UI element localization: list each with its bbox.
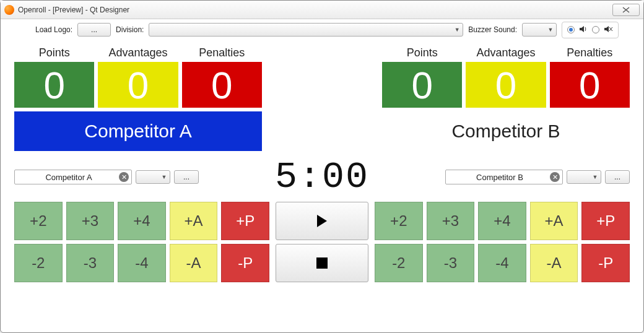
competitor-b-name: Competitor B <box>382 111 630 151</box>
a-minusA-button[interactable]: -A <box>170 244 218 282</box>
close-button[interactable] <box>612 4 640 16</box>
b-penalties-value: 0 <box>550 62 630 108</box>
points-header: Points <box>382 46 462 62</box>
a-plus2-button[interactable]: +2 <box>14 202 63 240</box>
points-header: Points <box>14 46 94 62</box>
competitor-a-color-select[interactable]: ▼ <box>136 170 170 184</box>
chevron-down-icon: ▼ <box>546 27 555 33</box>
score-panels: Points Advantages Penalties 0 0 0 Compet… <box>1 46 643 151</box>
a-points-value: 0 <box>14 62 94 108</box>
clear-icon[interactable]: ✕ <box>119 172 129 182</box>
timer-display: 5:00 <box>275 156 369 198</box>
advantages-header: Advantages <box>466 46 546 62</box>
mid-row: Competitor A ✕ ▼ ... 5:00 Competitor B ✕… <box>1 151 643 198</box>
competitor-b-input[interactable]: Competitor B ✕ <box>445 170 563 184</box>
a-penalties-value: 0 <box>182 62 262 108</box>
b-plus2-button[interactable]: +2 <box>375 202 423 240</box>
sound-off-radio[interactable] <box>592 26 599 33</box>
a-plus3-button[interactable]: +3 <box>66 202 115 240</box>
clear-icon[interactable]: ✕ <box>550 172 560 182</box>
app-icon <box>4 5 14 15</box>
competitor-b-color-select[interactable]: ▼ <box>567 170 601 184</box>
competitor-a-controls: Competitor A ✕ ▼ ... <box>14 170 199 184</box>
a-plusA-button[interactable]: +A <box>170 202 218 240</box>
competitor-a-more-button[interactable]: ... <box>174 170 199 184</box>
competitor-b-scoreblock: Points Advantages Penalties 0 0 0 Compet… <box>382 46 630 151</box>
competitor-a-scoreblock: Points Advantages Penalties 0 0 0 Compet… <box>14 46 262 151</box>
timer-controls <box>276 202 368 282</box>
a-minus2-button[interactable]: -2 <box>14 244 63 282</box>
b-minus2-button[interactable]: -2 <box>375 244 423 282</box>
a-ops: +2 +3 +4 +A +P -2 -3 -4 -A -P <box>14 202 269 282</box>
a-minusP-button[interactable]: -P <box>221 244 269 282</box>
app-window: Openroll - [Preview] - Qt Designer Load … <box>0 0 644 333</box>
chevron-down-icon: ▼ <box>453 27 461 33</box>
b-points-value: 0 <box>382 62 462 108</box>
a-plusP-button[interactable]: +P <box>221 202 269 240</box>
b-ops: +2 +3 +4 +A +P -2 -3 -4 -A -P <box>375 202 630 282</box>
b-advantages-value: 0 <box>466 62 546 108</box>
load-logo-label: Load Logo: <box>35 25 72 34</box>
b-minus3-button[interactable]: -3 <box>427 244 475 282</box>
sound-radio-group <box>562 22 619 38</box>
a-plus4-button[interactable]: +4 <box>118 202 166 240</box>
play-button[interactable] <box>276 202 368 240</box>
competitor-b-more-button[interactable]: ... <box>605 170 630 184</box>
b-plusP-button[interactable]: +P <box>581 202 630 240</box>
window-title: Openroll - [Preview] - Qt Designer <box>18 6 612 14</box>
play-icon <box>317 215 327 227</box>
b-plusA-button[interactable]: +A <box>530 202 578 240</box>
competitor-a-input[interactable]: Competitor A ✕ <box>14 170 132 184</box>
penalties-header: Penalties <box>182 46 262 62</box>
button-grid: +2 +3 +4 +A +P -2 -3 -4 -A -P <box>1 198 643 288</box>
b-plus4-button[interactable]: +4 <box>478 202 526 240</box>
competitor-b-input-text: Competitor B <box>476 173 523 182</box>
buzzer-sound-select[interactable]: ▼ <box>522 23 557 37</box>
competitor-b-controls: Competitor B ✕ ▼ ... <box>445 170 630 184</box>
competitor-a-input-text: Competitor A <box>45 173 92 182</box>
b-minusA-button[interactable]: -A <box>530 244 578 282</box>
mute-icon <box>603 24 613 36</box>
speaker-icon <box>578 24 588 36</box>
buzzer-sound-label: Buzzer Sound: <box>468 25 517 34</box>
division-label: Division: <box>116 25 144 34</box>
stop-button[interactable] <box>276 244 368 282</box>
b-plus3-button[interactable]: +3 <box>427 202 475 240</box>
competitor-a-name: Competitor A <box>14 111 262 151</box>
toolbar: Load Logo: ... Division: ▼ Buzzer Sound:… <box>1 19 643 40</box>
advantages-header: Advantages <box>98 46 178 62</box>
titlebar: Openroll - [Preview] - Qt Designer <box>1 1 643 19</box>
a-advantages-value: 0 <box>98 62 178 108</box>
chevron-down-icon: ▼ <box>160 174 168 180</box>
chevron-down-icon: ▼ <box>591 174 599 180</box>
sound-on-radio[interactable] <box>567 26 575 33</box>
a-minus3-button[interactable]: -3 <box>66 244 115 282</box>
stop-icon <box>316 257 328 269</box>
close-icon <box>622 7 630 13</box>
b-minus4-button[interactable]: -4 <box>478 244 526 282</box>
load-logo-button[interactable]: ... <box>77 23 111 37</box>
penalties-header: Penalties <box>550 46 630 62</box>
division-select[interactable]: ▼ <box>149 23 463 37</box>
b-minusP-button[interactable]: -P <box>581 244 630 282</box>
a-minus4-button[interactable]: -4 <box>118 244 166 282</box>
